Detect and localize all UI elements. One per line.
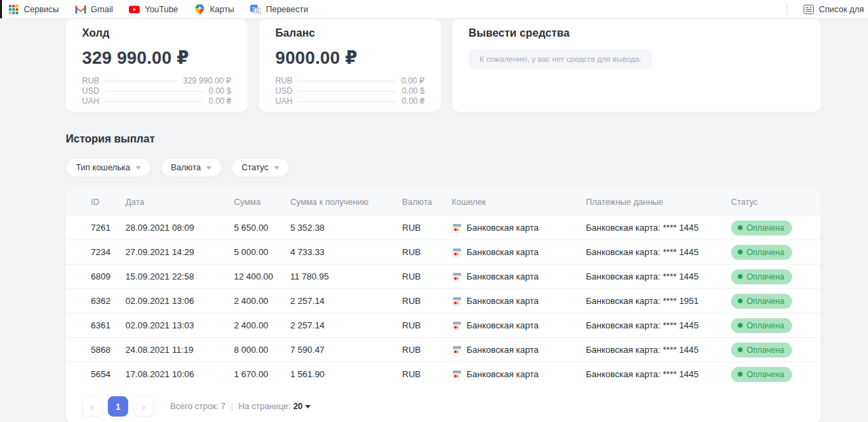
history-filters: Тип кошелька Валюта Статус xyxy=(66,158,821,177)
bookmark-gmail[interactable]: Gmail xyxy=(75,4,113,15)
cell-wallet: Банковская карта xyxy=(452,320,586,330)
cell-wallet: Банковская карта xyxy=(452,369,586,379)
col-header-date: Дата xyxy=(125,197,234,207)
col-header-id: ID xyxy=(91,197,125,207)
bookmark-label: Перевести xyxy=(266,5,308,14)
reading-list-button[interactable]: Список для xyxy=(804,4,864,15)
currency-code: USD xyxy=(82,86,99,96)
wallet-label: Банковская карта xyxy=(467,369,538,379)
cell-date: 02.09.2021 13:06 xyxy=(125,296,234,306)
reading-list-icon xyxy=(804,4,814,15)
apps-grid-icon xyxy=(8,4,19,15)
status-dot-icon xyxy=(738,372,743,377)
chevron-down-icon xyxy=(305,405,311,408)
hold-card: Холд 329 990.00 ₽ RUB 329 990.00 ₽ USD 0… xyxy=(66,19,248,112)
cell-amount-receive: 5 352.38 xyxy=(290,223,402,233)
cell-payment-data: Банковская карта: **** 1445 xyxy=(586,247,731,257)
cell-amount: 5 650.00 xyxy=(234,223,290,233)
balance-row-rub: RUB 0.00 ₽ xyxy=(275,76,425,86)
balance-card-title: Баланс xyxy=(275,27,425,39)
status-dot-icon xyxy=(738,225,743,230)
window-edge xyxy=(0,0,2,19)
table-row[interactable]: 6809 15.09.2021 22:58 12 400.00 11 780.9… xyxy=(66,264,821,288)
hold-row-rub: RUB 329 990.00 ₽ xyxy=(82,76,231,86)
cell-id: 7234 xyxy=(91,247,125,257)
hold-amount: 329 990.00 ₽ xyxy=(82,47,231,69)
table-row[interactable]: 5868 24.08.2021 11:19 8 000.00 7 590.47 … xyxy=(66,337,821,362)
table-row[interactable]: 7261 28.09.2021 08:09 5 650.00 5 352.38 … xyxy=(66,215,821,239)
filter-label: Тип кошелька xyxy=(76,163,130,172)
cell-id: 5654 xyxy=(91,369,125,379)
bookmark-services[interactable]: Сервисы xyxy=(8,4,59,15)
cell-payment-data: Банковская карта: **** 1445 xyxy=(586,271,731,282)
cell-status: Оплачена xyxy=(731,269,821,284)
bookmark-youtube[interactable]: YouTube xyxy=(129,4,178,15)
cell-amount-receive: 11 780.95 xyxy=(290,271,402,282)
balance-row-usd: USD 0.00 $ xyxy=(275,86,425,96)
per-page-select[interactable]: На странице: 20 xyxy=(239,402,311,411)
table-row[interactable]: 7234 27.09.2021 14:29 5 000.00 4 733.33 … xyxy=(66,239,821,264)
bank-card-icon xyxy=(452,321,462,330)
pagination-divider: | xyxy=(231,402,233,411)
cell-date: 28.09.2021 08:09 xyxy=(125,223,234,233)
cell-wallet: Банковская карта xyxy=(452,247,586,257)
cell-date: 27.09.2021 14:29 xyxy=(125,247,234,257)
cell-amount: 2 400.00 xyxy=(234,296,290,306)
currency-code: USD xyxy=(275,86,292,96)
cell-payment-data: Банковская карта: **** 1445 xyxy=(586,369,731,379)
cell-date: 02.09.2021 13:03 xyxy=(125,320,234,330)
col-header-wallet: Кошелек xyxy=(452,197,586,207)
cell-payment-data: Банковская карта: **** 1445 xyxy=(586,320,731,330)
currency-filter[interactable]: Валюта xyxy=(161,158,222,177)
history-title: История выплат xyxy=(66,133,821,145)
wallet-label: Банковская карта xyxy=(467,223,538,233)
next-page-button[interactable]: › xyxy=(134,396,154,417)
prev-page-button[interactable]: ‹ xyxy=(82,396,102,417)
gmail-icon xyxy=(75,4,86,15)
wallet-type-filter[interactable]: Тип кошелька xyxy=(66,158,151,177)
page-1-button[interactable]: 1 xyxy=(108,396,128,417)
table-row[interactable]: 6362 02.09.2021 13:06 2 400.00 2 257.14 … xyxy=(66,288,821,313)
currency-code: RUB xyxy=(82,76,99,85)
hold-row-usd: USD 0.00 $ xyxy=(82,86,231,96)
currency-code: RUB xyxy=(275,76,292,85)
bank-card-icon xyxy=(452,272,462,282)
cell-status: Оплачена xyxy=(731,343,821,358)
status-badge: Оплачена xyxy=(731,220,792,235)
cell-status: Оплачена xyxy=(731,220,821,235)
bookmarks-separator xyxy=(787,4,787,15)
bank-card-icon xyxy=(452,248,462,257)
cell-status: Оплачена xyxy=(731,294,821,309)
svg-text:G: G xyxy=(256,8,260,14)
hold-row-uah: UAH 0.00 ₴ xyxy=(82,96,231,107)
cell-amount-receive: 2 257.14 xyxy=(290,296,402,306)
cell-currency: RUB xyxy=(402,320,452,330)
cell-currency: RUB xyxy=(402,296,452,306)
chevron-left-icon: ‹ xyxy=(91,401,94,413)
chevron-right-icon: › xyxy=(142,401,146,413)
table-row[interactable]: 6361 02.09.2021 13:03 2 400.00 2 257.14 … xyxy=(66,313,821,337)
bookmark-maps[interactable]: Карты xyxy=(195,4,235,15)
table-row[interactable]: 5654 17.08.2021 10:06 1 670.00 1 561.90 … xyxy=(66,362,821,386)
cell-id: 7261 xyxy=(91,223,125,233)
filter-label: Валюта xyxy=(171,163,201,172)
status-filter[interactable]: Статус xyxy=(231,158,290,177)
filter-label: Статус xyxy=(241,163,269,172)
bookmark-translate[interactable]: 文 G Перевести xyxy=(250,4,308,15)
dotted-leader xyxy=(104,81,178,81)
bookmark-label: YouTube xyxy=(144,5,178,14)
balance-card: Баланс 9000.00 ₽ RUB 0.00 ₽ USD 0.00 $ U… xyxy=(259,19,441,112)
chevron-down-icon xyxy=(206,166,212,170)
page-background: Холд 329 990.00 ₽ RUB 329 990.00 ₽ USD 0… xyxy=(0,19,868,422)
chevron-down-icon xyxy=(136,166,141,170)
cell-date: 17.08.2021 10:06 xyxy=(125,369,234,379)
cell-amount: 1 670.00 xyxy=(234,369,290,379)
cell-date: 24.08.2021 11:19 xyxy=(125,345,234,355)
dotted-leader xyxy=(104,91,203,92)
col-header-currency: Валюта xyxy=(402,197,452,207)
bookmarks-bar: Сервисы Gmail YouTube xyxy=(0,0,868,19)
cell-currency: RUB xyxy=(402,223,452,233)
bank-card-icon xyxy=(452,296,462,306)
currency-value: 329 990.00 ₽ xyxy=(183,76,231,85)
dotted-leader xyxy=(298,91,396,92)
